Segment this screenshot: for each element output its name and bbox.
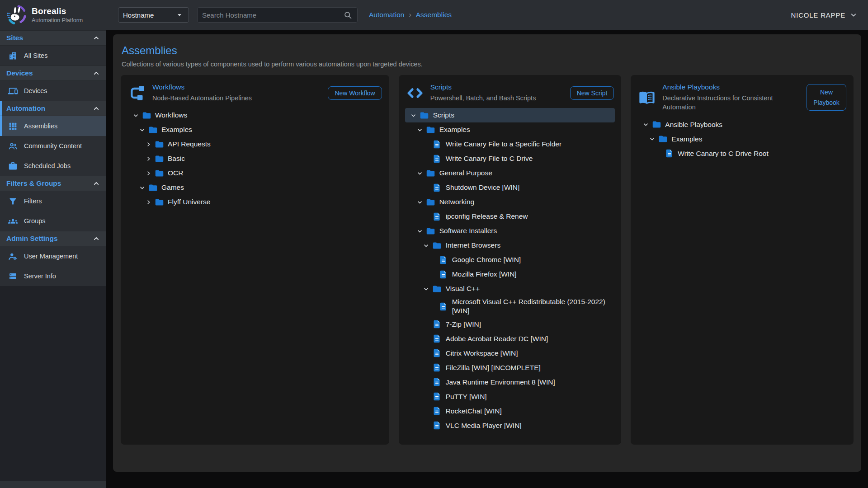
tree-indent-spacer: [421, 392, 431, 402]
chevron-down-icon[interactable]: [409, 110, 419, 120]
tree-item-label: Write Canary File to C Drive: [446, 153, 533, 164]
tree-file-adobe-acrobat-reader-dc-win[interactable]: Adobe Acrobat Reader DC [WIN]: [405, 332, 615, 346]
tree-item-label: Java Runtime Environment 8 [WIN]: [446, 376, 555, 388]
chevron-right-icon[interactable]: [143, 154, 153, 164]
tree-folder-general-purpose[interactable]: General Purpose: [405, 166, 615, 180]
tree-file-write-canary-file-to-c-drive[interactable]: Write Canary File to C Drive: [405, 151, 615, 166]
tree-file-7-zip-win[interactable]: 7-Zip [WIN]: [405, 317, 615, 332]
sidebar-item-label: Scheduled Jobs: [24, 162, 71, 169]
tree-folder-ansible-playbooks[interactable]: Ansible Playbooks: [637, 117, 847, 132]
tree-file-write-canary-file-to-a-specific-folder[interactable]: Write Canary File to a Specific Folder: [405, 137, 615, 151]
tree-folder-examples[interactable]: Examples: [127, 122, 383, 137]
sidebar-section-label: Admin Settings: [6, 235, 58, 243]
sidebar-section-header-automation[interactable]: Automation: [0, 101, 106, 116]
folder-icon: [432, 284, 442, 294]
chevron-down-icon[interactable]: [641, 120, 651, 130]
sidebar-item-assemblies[interactable]: Assemblies: [0, 116, 106, 136]
tree-item-label: 7-Zip [WIN]: [446, 319, 481, 330]
tree-folder-workflows[interactable]: Workflows: [127, 108, 383, 122]
breadcrumb-link-automation[interactable]: Automation: [369, 11, 404, 19]
chevron-down-icon[interactable]: [415, 168, 425, 178]
hostname-select[interactable]: Hostname: [118, 7, 189, 23]
tree-indent-spacer: [421, 377, 431, 387]
file-icon: [432, 319, 442, 329]
tree-folder-examples[interactable]: Examples: [637, 132, 847, 146]
tree-item-label: Citrix Workspace [WIN]: [446, 347, 518, 359]
tree-file-microsoft-visual-c-redistributable-2015-2022-win[interactable]: Microsoft Visual C++ Redistributable (20…: [405, 296, 615, 317]
tree-file-google-chrome-win[interactable]: Google Chrome [WIN]: [405, 253, 615, 267]
search-input[interactable]: [202, 11, 343, 19]
sidebar-item-label: Groups: [24, 217, 46, 225]
sidebar-section-header-filters-groups[interactable]: Filters & Groups: [0, 176, 106, 191]
tree-item-label: Examples: [671, 133, 702, 145]
sidebar-item-server-info[interactable]: Server Info: [0, 266, 106, 286]
sidebar-item-all-sites[interactable]: All Sites: [0, 46, 106, 66]
tree-folder-ocr[interactable]: OCR: [127, 166, 383, 180]
folder-icon: [154, 154, 164, 164]
tree-folder-basic[interactable]: Basic: [127, 151, 383, 166]
chevron-down-icon[interactable]: [415, 197, 425, 207]
folder-icon: [658, 134, 668, 144]
chevron-right-icon[interactable]: [143, 197, 153, 207]
chevron-down-icon[interactable]: [647, 134, 657, 144]
sidebar-item-filters[interactable]: Filters: [0, 191, 106, 211]
sidebar-section-header-devices[interactable]: Devices: [0, 66, 106, 81]
brand-subtitle: Automation Platform: [32, 17, 83, 23]
folder-icon: [420, 110, 429, 120]
tree-file-putty-win[interactable]: PuTTY [WIN]: [405, 389, 615, 404]
chevron-right-icon[interactable]: [143, 139, 153, 149]
user-gear-icon: [8, 252, 18, 261]
new-playbook-button[interactable]: New Playbook: [807, 84, 846, 111]
tree-item-label: Flyff Universe: [168, 196, 210, 208]
chevron-down-icon[interactable]: [421, 284, 431, 294]
tree-file-java-runtime-environment-8-win[interactable]: Java Runtime Environment 8 [WIN]: [405, 375, 615, 389]
folder-icon: [426, 168, 436, 178]
tree-file-mozilla-firefox-win[interactable]: Mozilla Firefox [WIN]: [405, 267, 615, 282]
panel-subtitle: Powershell, Batch, and Bash Scripts: [430, 94, 564, 103]
tree-folder-examples[interactable]: Examples: [405, 122, 615, 137]
sidebar-item-groups[interactable]: Groups: [0, 211, 106, 231]
sidebar-item-community-content[interactable]: Community Content: [0, 136, 106, 156]
tree-folder-internet-browsers[interactable]: Internet Browsers: [405, 238, 615, 253]
tree-folder-visual-c[interactable]: Visual C++: [405, 282, 615, 296]
tree-indent-spacer: [428, 255, 438, 265]
tree-folder-games[interactable]: Games: [127, 180, 383, 195]
sidebar-section-header-admin-settings[interactable]: Admin Settings: [0, 231, 106, 246]
panel-title-workflows: Workflows: [152, 83, 321, 91]
tree-file-filezilla-win-incomplete[interactable]: FileZilla [WIN] [INCOMPLETE]: [405, 361, 615, 375]
sidebar-item-user-management[interactable]: User Management: [0, 246, 106, 266]
user-menu[interactable]: NICOLE RAPPE: [791, 10, 858, 19]
tree-folder-flyff-universe[interactable]: Flyff Universe: [127, 195, 383, 209]
tree-file-ipconfig-release-renew[interactable]: ipconfig Release & Renew: [405, 209, 615, 224]
tree-indent-spacer: [421, 319, 431, 329]
chevron-down-icon[interactable]: [131, 110, 141, 120]
tree-folder-networking[interactable]: Networking: [405, 195, 615, 209]
chevron-down-icon[interactable]: [415, 125, 425, 135]
tree-file-citrix-workspace-win[interactable]: Citrix Workspace [WIN]: [405, 346, 615, 361]
sidebar-item-scheduled-jobs[interactable]: Scheduled Jobs: [0, 156, 106, 176]
tree-item-label: Adobe Acrobat Reader DC [WIN]: [446, 333, 548, 345]
tree-folder-software-installers[interactable]: Software Installers: [405, 224, 615, 238]
tree-file-vlc-media-player-win[interactable]: VLC Media Player [WIN]: [405, 418, 615, 433]
sidebar-item-devices[interactable]: Devices: [0, 81, 106, 101]
chevron-down-icon[interactable]: [421, 240, 431, 250]
panel-subtitle: Node-Based Automation Pipelines: [152, 94, 321, 103]
breadcrumb-link-assemblies[interactable]: Assemblies: [416, 11, 452, 19]
book-icon: [638, 89, 656, 107]
tree-file-rocketchat-win[interactable]: RocketChat [WIN]: [405, 404, 615, 418]
new-workflow-button[interactable]: New Workflow: [328, 86, 382, 100]
new-script-button[interactable]: New Script: [570, 86, 614, 100]
sidebar-section-header-sites[interactable]: Sites: [0, 30, 106, 46]
tree-item-label: OCR: [168, 167, 183, 179]
chevron-right-icon[interactable]: [143, 168, 153, 178]
chevron-down-icon[interactable]: [137, 125, 147, 135]
tree-file-write-canary-to-c-drive-root[interactable]: Write Canary to C Drive Root: [637, 146, 847, 161]
tree-folder-scripts[interactable]: Scripts: [405, 108, 615, 122]
tree-folder-api-requests[interactable]: API Requests: [127, 137, 383, 151]
tree-indent-spacer: [421, 183, 431, 192]
chevron-down-icon[interactable]: [415, 226, 425, 236]
panel-title-scripts: Scripts: [430, 83, 564, 91]
tree-file-shutdown-device-win[interactable]: Shutdown Device [WIN]: [405, 180, 615, 195]
chevron-down-icon[interactable]: [137, 183, 147, 192]
tree-item-label: API Requests: [168, 138, 211, 150]
